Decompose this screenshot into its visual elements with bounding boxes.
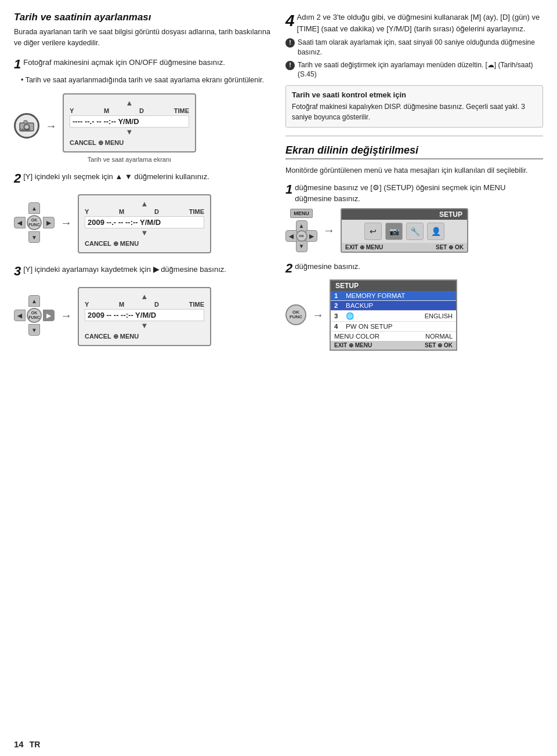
note-2-icon: ! xyxy=(285,61,295,70)
note-1-text: Saati tam olarak ayarlamak için, saat si… xyxy=(298,38,543,57)
setup-exit-label: EXIT ⊕ MENU xyxy=(345,244,383,250)
right-column: 4 Adım 2 ve 3'te olduğu gibi, ve düğmesi… xyxy=(285,12,543,359)
screen-mockup-1: ▲ Y M D TIME ---- --.- -- --:-- Y/M/D ▼ xyxy=(63,93,196,152)
section-divider xyxy=(285,136,543,136)
ok-func-btn: OKFUNC xyxy=(285,304,306,325)
setup-title-bar: SETUP xyxy=(342,209,467,220)
note-2: ! Tarih ve saati değiştirmek için ayarla… xyxy=(285,60,543,80)
menu-row-1: 1 MEMORY FORMAT xyxy=(331,291,456,301)
time-check-title: Tarih ve saati kontrol etmek için xyxy=(292,90,537,99)
menu-dpad: ▲ ▼ ◀ ▶ OK xyxy=(285,220,317,252)
menu-row-3-label: 🌐 xyxy=(346,312,421,320)
svg-rect-3 xyxy=(24,121,27,123)
screen-down-arrow-2: ▼ xyxy=(85,229,204,237)
step-3-camera-row: ▲ ▼ ◀ ▶ OKFUNC → ▲ Y M D TIME xyxy=(14,282,272,348)
setup-icons-row: ↩ 📷 🔧 👤 xyxy=(342,220,467,243)
section-2-title: Ekran dilinin değiştirilmesi xyxy=(285,144,543,159)
screen-cancel-2: CANCEL ⊕ MENU xyxy=(85,240,204,248)
camera-icon: ON/OFF xyxy=(14,113,39,139)
page-number: 14 xyxy=(14,739,24,749)
screen-mockup-2: ▲ Y M D TIME 2009 --.- -- --:-- Y/M/D ▼ … xyxy=(78,194,211,253)
time-check-box: Tarih ve saati kontrol etmek için Fotoğr… xyxy=(285,85,543,128)
screen-mockup-3: ▲ Y M D TIME 2009 -- -- --:-- Y/M/D ▼ CA… xyxy=(78,287,211,346)
svg-text:ON/OFF: ON/OFF xyxy=(20,128,31,132)
arrow-right-icon: → xyxy=(45,119,57,133)
screen-header-3: Y M D TIME xyxy=(85,301,204,308)
menu-row-3-value: ENGLISH xyxy=(425,312,453,319)
dpad-ok-btn: OKFUNC xyxy=(27,215,42,230)
screen-down-arrow: ▼ xyxy=(70,128,189,136)
menu-set-label: SET ⊕ OK xyxy=(425,342,453,348)
right-step-1-number: 1 xyxy=(285,182,292,197)
screen-cancel-3: CANCEL ⊕ MENU xyxy=(85,333,204,340)
left-column: Tarih ve saatinin ayarlanması Burada aya… xyxy=(14,12,272,359)
page: Tarih ve saatinin ayarlanması Burada aya… xyxy=(0,0,557,756)
page-title: Tarih ve saatinin ayarlanması xyxy=(14,12,272,23)
right-step-2-block: 2 düğmesine basınız. OKFUNC → SETUP xyxy=(285,261,543,351)
dpad2-left-btn: ◀ xyxy=(14,310,26,321)
setup-icon-3: 🔧 xyxy=(406,223,424,240)
page-footer: 14 TR xyxy=(0,739,557,749)
step-3-block: 3 [Y] içindeki ayarlamayı kaydetmek için… xyxy=(14,264,272,348)
screen-header: Y M D TIME xyxy=(70,107,189,114)
setup-menu: SETUP 1 MEMORY FORMAT 2 BACKUP 3 xyxy=(330,279,457,351)
setup-menu-title: SETUP xyxy=(331,281,456,291)
dpad-2-icon: ▲ ▼ ◀ ▶ OKFUNC xyxy=(14,295,55,336)
menu-footer-label: MENU COLOR xyxy=(334,333,422,340)
note-1: ! Saati tam olarak ayarlamak için, saat … xyxy=(285,38,543,57)
step-2-block: 2 [Y] içindeki yılı seçmek için ▲ ▼ düğm… xyxy=(14,171,272,256)
menu-row-3-num: 3 xyxy=(334,312,342,319)
setup-menu-footer: EXIT ⊕ MENU SET ⊕ OK xyxy=(331,341,456,350)
menu-dpad-down: ▼ xyxy=(296,241,308,252)
setup-icon-4: 👤 xyxy=(427,223,444,240)
dpad-up-btn: ▲ xyxy=(28,202,40,214)
right-step-1-text: düğmesine basınız ve [⚙] (SETUP) öğesini… xyxy=(295,182,543,205)
step-4-block: 4 Adım 2 ve 3'te olduğu gibi, ve düğmesi… xyxy=(285,12,543,128)
arrow-right-3-icon: → xyxy=(60,309,72,322)
setup-set-label: SET ⊕ OK xyxy=(436,244,464,250)
screen-up-arrow: ▲ xyxy=(70,99,189,107)
step-4-number: 4 xyxy=(285,12,295,30)
menu-row-4: 4 PW ON SETUP xyxy=(331,322,456,332)
screen-caption-1: Tarih ve saat ayarlama ekranı xyxy=(63,156,196,163)
step-1-camera-row: ON/OFF → ▲ Y M D TIME xyxy=(14,89,272,163)
menu-row-4-label: PW ON SETUP xyxy=(346,323,449,330)
step-1-number: 1 xyxy=(14,57,21,72)
screen-up-arrow-3: ▲ xyxy=(85,293,204,300)
menu-row-2-label: BACKUP xyxy=(346,302,449,309)
note-2-text: Tarih ve saati değiştirmek için ayarlama… xyxy=(298,60,543,80)
right-step-1-block: 1 düğmesine basınız ve [⚙] (SETUP) öğesi… xyxy=(285,182,543,253)
arrow-right-2-icon: → xyxy=(60,216,72,230)
step-3-number: 3 xyxy=(14,264,21,279)
setup-bottom-bar: EXIT ⊕ MENU SET ⊕ OK xyxy=(342,243,467,252)
right-step-2-text: düğmesine basınız. xyxy=(295,261,543,272)
menu-row-1-num: 1 xyxy=(334,292,342,299)
time-check-body: Fotoğraf makinesi kapalıyken DISP. düğme… xyxy=(292,101,537,122)
step-4-text: Adım 2 ve 3'te olduğu gibi, ve düğmesini… xyxy=(297,12,543,34)
menu-row-1-label: MEMORY FORMAT xyxy=(346,292,449,299)
step-3-text: [Y] içindeki ayarlamayı kaydetmek için ▶… xyxy=(23,264,272,275)
menu-footer-row: MENU COLOR NORMAL xyxy=(331,332,456,341)
menu-dpad-ok: OK xyxy=(296,230,308,242)
menu-row-4-num: 4 xyxy=(334,323,342,330)
step-2-number: 2 xyxy=(14,171,21,186)
step-2-camera-row: ▲ ▼ ◀ ▶ OKFUNC → ▲ Y M D TIME xyxy=(14,190,272,256)
step-2-text: [Y] içindeki yılı seçmek için ▲ ▼ düğmel… xyxy=(23,171,272,183)
menu-row-2: 2 BACKUP xyxy=(331,301,456,311)
menu-exit-label: EXIT ⊕ MENU xyxy=(334,342,372,348)
screen-down-arrow-3: ▼ xyxy=(85,322,204,329)
step-1-block: 1 Fotoğraf makinesini açmak için ON/OFF … xyxy=(14,57,272,163)
setup-icon-1: ↩ xyxy=(364,223,382,240)
screen-data-row-2: 2009 --.- -- --:-- Y/M/D xyxy=(85,216,204,228)
screen-data-row-3: 2009 -- -- --:-- Y/M/D xyxy=(85,309,204,321)
note-1-icon: ! xyxy=(285,38,295,48)
page-lang: TR xyxy=(30,740,41,749)
dpad2-right-btn: ▶ xyxy=(43,310,55,321)
right-step-1-camera-row: MENU ▲ ▼ ◀ ▶ OK → SETUP xyxy=(285,208,543,253)
screen-header-2: Y M D TIME xyxy=(85,208,204,215)
right-arrow-1-icon: → xyxy=(323,224,335,237)
setup-screen-box: SETUP ↩ 📷 🔧 👤 EXIT ⊕ MENU SET ⊕ OK xyxy=(341,208,468,253)
menu-row-3: 3 🌐 ENGLISH xyxy=(331,311,456,322)
dpad2-up-btn: ▲ xyxy=(28,295,40,307)
dpad-down-btn: ▼ xyxy=(28,231,40,243)
